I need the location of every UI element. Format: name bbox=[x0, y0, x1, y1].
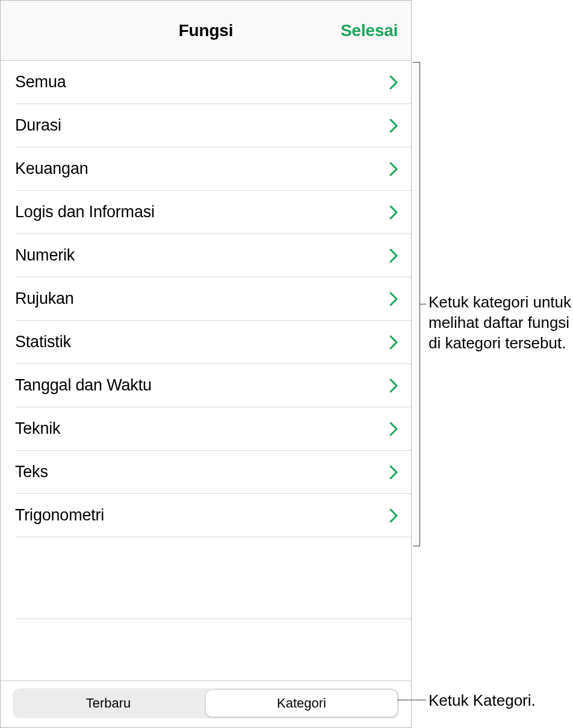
callout-tab-text: Ketuk Kategori. bbox=[429, 691, 572, 711]
category-row-teks[interactable]: Teks bbox=[15, 451, 411, 494]
category-row-numerik[interactable]: Numerik bbox=[15, 234, 411, 277]
callout-bracket-icon bbox=[413, 62, 420, 546]
category-row-statistik[interactable]: Statistik bbox=[15, 321, 411, 364]
chevron-right-icon bbox=[389, 162, 398, 176]
category-label: Keuangan bbox=[15, 159, 88, 178]
tab-category[interactable]: Kategori bbox=[206, 690, 397, 717]
category-label: Statistik bbox=[15, 333, 71, 351]
chevron-right-icon bbox=[389, 508, 398, 523]
category-label: Tanggal dan Waktu bbox=[15, 376, 152, 395]
tab-recent[interactable]: Terbaru bbox=[13, 690, 204, 717]
done-button[interactable]: Selesai bbox=[341, 21, 398, 40]
panel-header: Fungsi Selesai bbox=[1, 1, 411, 61]
chevron-right-icon bbox=[389, 205, 398, 220]
category-row-tanggal[interactable]: Tanggal dan Waktu bbox=[15, 364, 411, 407]
chevron-right-icon bbox=[389, 465, 398, 480]
category-label: Trigonometri bbox=[15, 506, 104, 525]
callout-list-text: Ketuk kategori untuk melihat daftar fung… bbox=[429, 292, 572, 353]
callout-line-icon bbox=[420, 304, 426, 304]
category-list: Semua Durasi Keuangan Logis dan Informas… bbox=[1, 61, 411, 680]
category-label: Teks bbox=[15, 463, 48, 481]
chevron-right-icon bbox=[389, 119, 398, 133]
category-row-rujukan[interactable]: Rujukan bbox=[15, 277, 411, 321]
category-row-logis[interactable]: Logis dan Informasi bbox=[15, 191, 411, 234]
bottom-bar: Terbaru Kategori bbox=[1, 680, 411, 727]
panel-title: Fungsi bbox=[179, 21, 234, 40]
chevron-right-icon bbox=[389, 292, 398, 306]
category-label: Semua bbox=[15, 73, 66, 91]
category-row-trigonometri[interactable]: Trigonometri bbox=[15, 494, 411, 537]
chevron-right-icon bbox=[389, 378, 398, 393]
category-label: Numerik bbox=[15, 246, 75, 265]
chevron-right-icon bbox=[389, 75, 398, 90]
empty-row bbox=[15, 537, 411, 619]
category-row-semua[interactable]: Semua bbox=[15, 61, 411, 104]
category-label: Teknik bbox=[15, 419, 60, 438]
chevron-right-icon bbox=[389, 248, 398, 263]
chevron-right-icon bbox=[389, 422, 398, 436]
chevron-right-icon bbox=[389, 335, 398, 350]
category-row-durasi[interactable]: Durasi bbox=[15, 104, 411, 147]
category-label: Logis dan Informasi bbox=[15, 203, 155, 221]
functions-panel: Fungsi Selesai Semua Durasi Keuangan Log… bbox=[0, 0, 412, 728]
category-label: Durasi bbox=[15, 116, 61, 135]
category-row-teknik[interactable]: Teknik bbox=[15, 407, 411, 451]
segmented-control: Terbaru Kategori bbox=[13, 688, 399, 718]
category-row-keuangan[interactable]: Keuangan bbox=[15, 147, 411, 191]
category-label: Rujukan bbox=[15, 289, 74, 308]
